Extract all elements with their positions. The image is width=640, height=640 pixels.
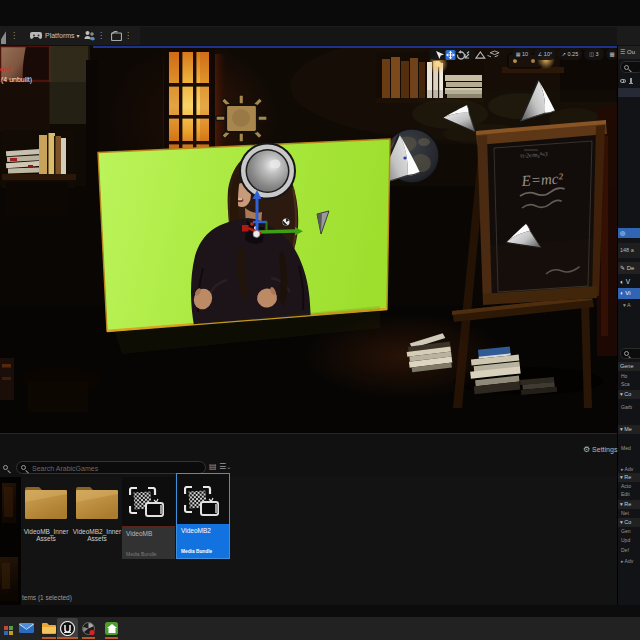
svg-text:E=mc²: E=mc² (520, 170, 564, 189)
svg-text:(4 unbuilt): (4 unbuilt) (1, 76, 32, 84)
svg-text:Object(s): Object(s) (0, 66, 12, 72)
